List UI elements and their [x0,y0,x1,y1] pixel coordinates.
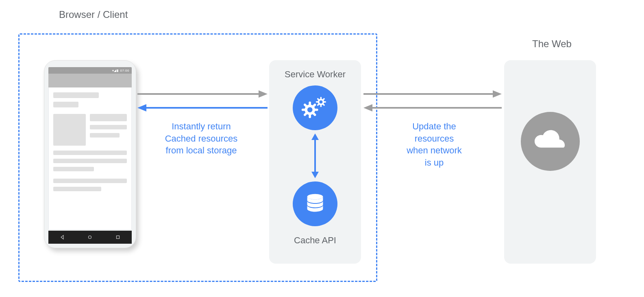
placeholder-line [90,133,120,138]
label-browser-client: Browser / Client [59,9,128,20]
caption-line: is up [400,157,469,169]
svg-line-7 [305,105,307,106]
caption-update-resources: Update the resources when network is up [400,120,469,169]
caption-line: from local storage [150,144,252,157]
caption-line: resources [400,133,469,145]
placeholder-line [53,102,78,107]
caption-line: when network [400,144,469,157]
label-service-worker: Service Worker [269,69,361,80]
phone-screen: ▾◢▮ 07:00 [48,67,132,230]
label-the-web: The Web [532,38,572,50]
label-cache-api: Cache API [269,235,361,246]
nav-home-icon [87,234,93,240]
svg-marker-27 [137,104,146,111]
svg-line-19 [323,99,324,100]
placeholder-line [53,167,94,171]
database-icon [293,181,337,226]
status-time: 07:00 [120,69,129,72]
svg-point-23 [307,194,323,200]
web-panel [504,60,596,264]
svg-line-18 [318,104,319,105]
phone-mockup: ▾◢▮ 07:00 [44,60,136,248]
arrow-client-to-sw [137,90,268,114]
svg-marker-21 [311,133,319,140]
placeholder-line [53,92,99,98]
service-worker-panel: Service Worker [269,60,361,264]
placeholder-row [53,114,127,146]
bidirectional-arrow-icon [310,133,320,178]
placeholder-line [53,159,127,163]
placeholder-line [90,114,127,121]
placeholder-column [90,114,127,141]
phone-status-bar: ▾◢▮ 07:00 [48,67,132,74]
status-signal-icon: ▾◢▮ [112,69,119,72]
nav-back-icon [59,234,65,240]
placeholder-line [90,125,127,129]
caption-line: Update the [400,120,469,133]
svg-line-8 [313,113,315,115]
svg-line-10 [313,105,315,106]
diagram-stage: Browser / Client ▾◢▮ 07:00 [0,0,644,297]
svg-line-17 [323,104,324,105]
svg-point-0 [89,236,91,239]
svg-line-9 [305,113,307,115]
svg-marker-22 [311,172,319,178]
phone-content [48,87,132,200]
phone-nav-bar [48,231,132,244]
caption-line: Cached resources [150,133,252,145]
svg-line-16 [318,99,319,100]
caption-cached-resources: Instantly return Cached resources from l… [150,120,252,157]
cloud-icon [521,112,580,171]
arrow-sw-to-web [363,90,502,114]
svg-marker-29 [493,90,502,98]
placeholder-line [53,151,127,155]
placeholder-line [53,187,101,191]
phone-app-bar [48,74,132,87]
nav-recent-icon [115,234,121,240]
svg-marker-31 [363,104,372,111]
gears-icon [293,85,337,130]
caption-line: Instantly return [150,120,252,133]
svg-rect-1 [116,236,119,239]
svg-marker-25 [259,90,268,98]
placeholder-image [53,114,86,146]
placeholder-line [53,179,127,183]
